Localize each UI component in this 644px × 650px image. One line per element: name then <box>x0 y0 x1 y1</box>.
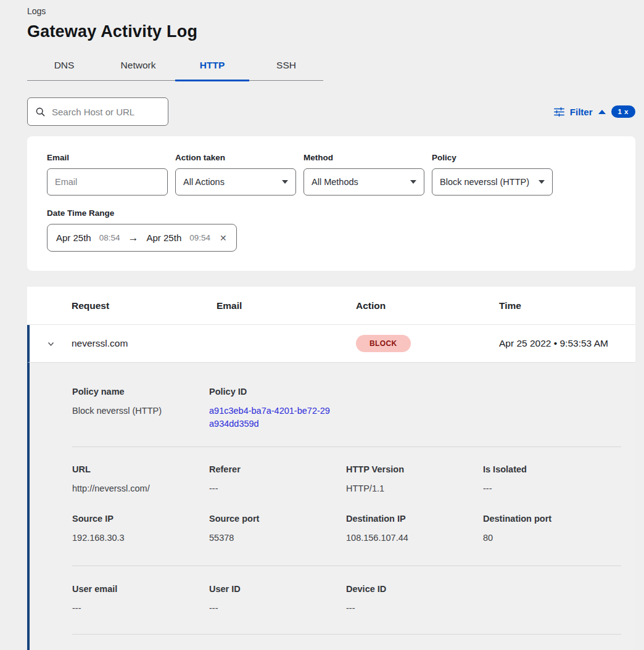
toolbar: Filter 1 x <box>27 97 635 126</box>
detail-field-referer: Referer --- <box>209 464 346 495</box>
column-header-time: Time <box>499 300 635 311</box>
field-label: Is Isolated <box>483 464 611 474</box>
column-header-action: Action <box>356 300 499 311</box>
field-label: Destination port <box>483 514 611 524</box>
filter-count-badge[interactable]: 1 x <box>611 105 636 118</box>
chevron-down-icon <box>410 180 416 184</box>
field-label: Device ID <box>346 584 473 594</box>
filter-field-policy: Policy Block neverssl (HTTP) <box>432 153 553 195</box>
policy-select[interactable]: Block neverssl (HTTP) <box>432 168 553 195</box>
tab-http[interactable]: HTTP <box>175 56 249 80</box>
field-label: User email <box>72 584 199 594</box>
policy-value: Block neverssl (HTTP) <box>440 177 529 187</box>
filter-field-date-time-range: Date Time Range Apr 25th 08:54 → Apr 25t… <box>47 208 616 252</box>
detail-field-user-email: User email --- <box>72 584 209 615</box>
field-label: Source port <box>209 514 336 524</box>
detail-field-url: URL http://neverssl.com/ <box>72 464 209 495</box>
end-time: 09:54 <box>189 233 210 242</box>
tab-bar: DNS Network HTTP SSH <box>27 56 323 81</box>
filter-field-email: Email <box>47 153 168 195</box>
date-range-picker[interactable]: Apr 25th 08:54 → Apr 25th 09:54 ✕ <box>47 224 237 252</box>
column-header-request: Request <box>72 300 217 311</box>
row-detail-panel: Policy name Block neverssl (HTTP) Policy… <box>27 363 635 650</box>
column-header-email: Email <box>217 300 356 311</box>
end-date: Apr 25th <box>147 232 182 243</box>
field-label: Referer <box>209 464 336 474</box>
method-select[interactable]: All Methods <box>303 168 424 195</box>
filter-field-method: Method All Methods <box>303 153 424 195</box>
field-label: User ID <box>209 584 336 594</box>
method-label: Method <box>303 153 424 162</box>
detail-field-policy-id: Policy ID a91c3eb4-ba7a-4201-be72-29a934… <box>209 387 346 430</box>
table-header: Request Email Action Time <box>27 287 635 325</box>
field-value: --- <box>209 602 336 615</box>
policy-id-link[interactable]: a91c3eb4-ba7a-4201-be72-29a934dd359d <box>209 405 331 430</box>
action-taken-label: Action taken <box>175 153 296 162</box>
field-label: Policy name <box>72 387 199 397</box>
action-taken-value: All Actions <box>183 177 225 187</box>
filter-controls[interactable]: Filter 1 x <box>554 105 635 118</box>
activity-log-table: Request Email Action Time neverssl.com B… <box>27 287 635 650</box>
row-time: Apr 25 2022 • 9:53:53 AM <box>499 338 635 349</box>
tab-network[interactable]: Network <box>101 56 175 80</box>
search-box[interactable] <box>27 97 168 126</box>
row-request: neverssl.com <box>72 338 217 349</box>
breadcrumb: Logs <box>27 6 617 16</box>
detail-field-policy-name: Policy name Block neverssl (HTTP) <box>72 387 209 430</box>
field-label: Policy ID <box>209 387 336 397</box>
field-value: 192.168.30.3 <box>72 532 199 545</box>
page-header: Logs Gateway Activity Log <box>0 0 644 41</box>
filter-icon <box>554 107 564 117</box>
detail-field-http-version: HTTP Version HTTP/1.1 <box>346 464 483 495</box>
action-taken-select[interactable]: All Actions <box>175 168 296 195</box>
row-expand-toggle[interactable] <box>30 339 72 348</box>
chevron-down-icon <box>46 339 56 348</box>
email-input[interactable] <box>55 177 160 187</box>
field-label: HTTP Version <box>346 464 473 474</box>
field-value: --- <box>72 602 199 615</box>
field-value: --- <box>209 482 336 495</box>
range-arrow-icon: → <box>128 232 139 244</box>
filter-panel: Email Action taken All Actions Method Al… <box>27 136 635 271</box>
status-badge: BLOCK <box>356 335 411 352</box>
field-value: HTTP/1.1 <box>346 482 473 495</box>
start-time: 08:54 <box>99 233 120 242</box>
field-label: Source IP <box>72 514 199 524</box>
date-time-range-label: Date Time Range <box>47 208 616 218</box>
search-icon <box>35 107 46 117</box>
field-label: Destination IP <box>346 514 473 524</box>
method-value: All Methods <box>312 177 358 187</box>
field-label: URL <box>72 464 199 474</box>
filter-field-action-taken: Action taken All Actions <box>175 153 296 195</box>
filter-button[interactable]: Filter <box>570 107 593 117</box>
field-value: 80 <box>483 532 611 545</box>
start-date: Apr 25th <box>56 232 91 243</box>
policy-label: Policy <box>432 153 553 162</box>
tab-dns[interactable]: DNS <box>27 56 101 80</box>
field-value: http://neverssl.com/ <box>72 482 199 495</box>
tab-ssh[interactable]: SSH <box>249 56 323 80</box>
page-title: Gateway Activity Log <box>27 22 617 41</box>
chevron-down-icon <box>282 180 288 184</box>
field-value: --- <box>346 602 473 615</box>
field-value: 108.156.107.44 <box>346 532 473 545</box>
detail-field-source-ip: Source IP 192.168.30.3 <box>72 514 209 545</box>
detail-field-is-isolated: Is Isolated --- <box>483 464 621 495</box>
detail-field-device-id: Device ID --- <box>346 584 483 615</box>
search-input[interactable] <box>52 107 175 117</box>
field-value: Block neverssl (HTTP) <box>72 405 199 418</box>
field-value: 55378 <box>209 532 336 545</box>
detail-field-destination-ip: Destination IP 108.156.107.44 <box>346 514 483 545</box>
collapse-caret-icon[interactable] <box>598 110 606 114</box>
email-label: Email <box>47 153 168 162</box>
table-row[interactable]: neverssl.com BLOCK Apr 25 2022 • 9:53:53… <box>27 325 635 363</box>
detail-field-user-id: User ID --- <box>209 584 346 615</box>
clear-date-range-icon[interactable]: ✕ <box>218 233 227 243</box>
chevron-down-icon <box>539 180 545 184</box>
detail-field-source-port: Source port 55378 <box>209 514 346 545</box>
field-value: --- <box>483 482 611 495</box>
detail-field-destination-port: Destination port 80 <box>483 514 621 545</box>
